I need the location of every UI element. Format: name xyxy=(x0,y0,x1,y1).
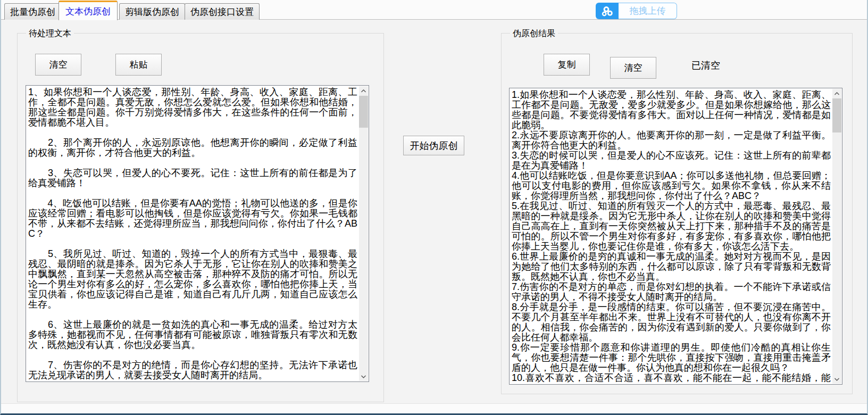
status-label: 已清空 xyxy=(691,59,720,72)
scroll-thumb[interactable] xyxy=(832,98,841,132)
text-paragraph: 9.你一定要珍惜那个愿意和你讲道理的男生。即使他们冷酷的真相让你生气，你也要想清… xyxy=(512,343,831,373)
rewrite-result-group-title: 伪原创结果 xyxy=(510,28,558,39)
pending-text-group-title: 待处理文本 xyxy=(26,28,74,39)
start-rewrite-button[interactable]: 开始伪原创 xyxy=(403,136,464,155)
text-paragraph: 2、那个离开你的人，永远别原谅他。他想离开你的瞬间，必定做了利益的权衡，离开你，… xyxy=(28,138,357,158)
text-paragraph: 6.世界上最廉价的是穷的真诚和一事无成的温柔。她对对方视而不见，是因为她给了他们… xyxy=(512,252,831,282)
scroll-down-icon[interactable] xyxy=(359,372,368,381)
text-paragraph: 1.如果你想和一个人谈恋爱，那么性别、年龄、身高、收入、家庭、距离、工作都不是问… xyxy=(512,90,831,130)
tab-label: 剪辑版伪原创 xyxy=(125,6,179,18)
source-scrollbar[interactable] xyxy=(359,86,368,381)
app-window: 批量伪原创 文本伪原创 剪辑版伪原创 伪原创接口设置 xyxy=(0,0,868,415)
source-text-area[interactable]: 1、如果你想和一个人谈恋爱，那性别、年龄、身高、收入、家庭、距离、工作，全都不是… xyxy=(26,85,369,382)
copy-result-button[interactable]: 复制 xyxy=(544,54,590,76)
scroll-up-icon[interactable] xyxy=(359,86,368,95)
text-paragraph: 7、伤害你的不是对方的绝情，而是你心存幻想的坚持。无法许下承诺也无法兑现承诺的男… xyxy=(28,360,357,380)
result-scrollbar[interactable] xyxy=(832,89,841,384)
text-paragraph: 10.喜欢不喜欢，合适不合适，喜不喜欢，能不能在一起，能不能结婚，能不能走到最后… xyxy=(512,373,831,383)
tab-label: 文本伪原创 xyxy=(65,5,111,18)
clear-result-button[interactable]: 清空 xyxy=(610,57,656,79)
text-paragraph: 3.失恋的时候可以哭，但是爱人的心不应该死。记住：这世上所有的前辈都是在为真爱铺… xyxy=(512,151,831,171)
text-paragraph: 6、这世上最廉价的就是一贫如洗的真心和一事无成的温柔。给过对方太多特殊，她都视而… xyxy=(28,320,357,350)
paste-button[interactable]: 粘贴 xyxy=(115,54,162,76)
tab-label: 批量伪原创 xyxy=(10,6,55,18)
text-paragraph: 2.永远不要原谅离开你的人。他要离开你的那一刻，一定是做了利益平衡。离开你符合他… xyxy=(512,130,831,151)
result-text-content: 1.如果你想和一个人谈恋爱，那么性别、年龄、身高、收入、家庭、距离、工作都不是问… xyxy=(512,90,831,383)
rewrite-result-group: 伪原创结果 复制 清空 已清空 1.如果你想和一个人谈恋爱，那么性别、年龄、身高… xyxy=(501,33,853,394)
text-paragraph: 4.他可以结账吃饭，但是你要意识到AA；你可以多送他礼物，但总要回赠；他可以支付… xyxy=(512,171,831,201)
text-paragraph: 1、如果你想和一个人谈恋爱，那性别、年龄、身高、收入、家庭、距离、工作，全都不是… xyxy=(28,87,357,128)
scroll-down-icon[interactable] xyxy=(832,375,841,384)
source-text-content: 1、如果你想和一个人谈恋爱，那性别、年龄、身高、收入、家庭、距离、工作，全都不是… xyxy=(28,87,357,380)
text-paragraph: 8.分手就是分手，是一段感情的结束。你可以痛苦，但不要沉浸在痛苦中。不要几个月甚… xyxy=(512,302,831,343)
tab-text-rewrite[interactable]: 文本伪原创 xyxy=(59,1,118,20)
window-bottom-strip xyxy=(1,403,867,413)
text-paragraph: 3、失恋可以哭，但爱人的心不要死。记住：这世上所有的前任都是为了给真爱铺路！ xyxy=(28,168,357,188)
tab-batch-rewrite[interactable]: 批量伪原创 xyxy=(4,3,61,20)
drag-upload-label: 拖拽上传 xyxy=(619,3,677,19)
tab-clip-rewrite[interactable]: 剪辑版伪原创 xyxy=(119,3,185,20)
scroll-up-icon[interactable] xyxy=(832,89,841,98)
tab-strip: 批量伪原创 文本伪原创 剪辑版伪原创 伪原创接口设置 xyxy=(1,0,867,20)
cloud-disk-icon xyxy=(596,3,619,19)
tab-api-settings[interactable]: 伪原创接口设置 xyxy=(185,3,260,20)
tab-label: 伪原创接口设置 xyxy=(190,6,254,18)
pending-text-group: 待处理文本 清空 粘贴 1、如果你想和一个人谈恋爱，那性别、年龄、身高、收入、家… xyxy=(17,33,384,402)
drag-upload-button[interactable]: 拖拽上传 xyxy=(596,3,677,19)
result-text-area[interactable]: 1.如果你想和一个人谈恋爱，那么性别、年龄、身高、收入、家庭、距离、工作都不是问… xyxy=(509,88,842,385)
clear-source-button[interactable]: 清空 xyxy=(35,54,81,76)
text-paragraph: 4、吃饭他可以结账，但是你要有AA的觉悟；礼物可以他送的多，但是你应该经常回赠；… xyxy=(28,198,357,239)
text-paragraph: 5.在我见过、听过、知道的所有毁灭一个人的方式中，最恶毒、最残忍、最黑暗的一种就… xyxy=(512,201,831,252)
text-paragraph: 5、我所见过、听过、知道的，毁掉一个人的所有方式当中，最狠毒、最残忍、最阴暗的就… xyxy=(28,249,357,310)
scroll-thumb[interactable] xyxy=(359,96,368,128)
text-paragraph: 7.伤害你的不是对方的单恋，而是你对幻想的执着。一个不能许下承诺或信守承诺的男人… xyxy=(512,282,831,302)
